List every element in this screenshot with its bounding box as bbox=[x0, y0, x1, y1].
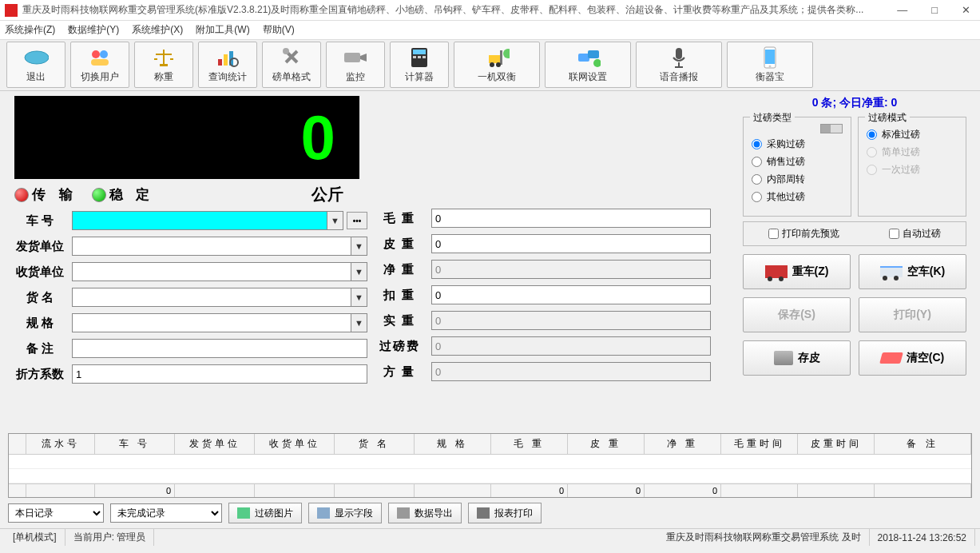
tool-calculator[interactable]: 计算器 bbox=[390, 42, 449, 88]
lbl-net: 净 重 bbox=[367, 262, 431, 277]
svg-rect-12 bbox=[413, 50, 426, 54]
statusbar: [单机模式] 当前用户: 管理员 重庆及时雨科技物联网称重交易管理系统 及时 2… bbox=[0, 528, 980, 546]
main-panel: 0 传 输 稳 定 公斤 车 号▼••• 发货单位▼ 收货单位▼ 货 名▼ 规 … bbox=[0, 91, 980, 427]
menu-help[interactable]: 帮助(V) bbox=[263, 23, 295, 37]
dropdown-vehicle[interactable]: ▼ bbox=[327, 211, 343, 230]
dropdown-goods[interactable]: ▼ bbox=[351, 288, 367, 307]
btn-save[interactable]: 保存(S) bbox=[743, 297, 851, 332]
tool-dual-scale[interactable]: 一机双衡 bbox=[454, 42, 540, 88]
tool-exit[interactable]: 退出 bbox=[6, 42, 65, 88]
tool-switch-user[interactable]: 切换用户 bbox=[70, 42, 129, 88]
dropdown-receiver[interactable]: ▼ bbox=[351, 262, 367, 281]
tool-voice[interactable]: 语音播报 bbox=[636, 42, 722, 88]
input-sender[interactable] bbox=[72, 237, 351, 256]
radio-sale[interactable]: 销售过磅 bbox=[752, 155, 843, 169]
svg-point-20 bbox=[503, 49, 510, 58]
window-title: 重庆及时雨科技物联网称重交易管理系统(标准版V2.3.8.21)及时雨称重全国直… bbox=[22, 3, 892, 17]
grid-header: 流水号 车 号 发货单位 收货单位 货 名 规 格 毛 重 皮 重 净 重 毛重… bbox=[9, 434, 971, 455]
input-vehicle[interactable] bbox=[72, 211, 327, 230]
users-icon bbox=[87, 46, 113, 69]
maximize-button[interactable]: □ bbox=[926, 2, 942, 18]
weight-display: 0 bbox=[14, 96, 359, 179]
lbl-fee: 过磅费 bbox=[367, 339, 431, 354]
check-auto[interactable]: 自动过磅 bbox=[889, 227, 941, 241]
lbl-spec: 规 格 bbox=[8, 316, 72, 331]
lbl-receiver: 收货单位 bbox=[8, 265, 72, 280]
lbl-volume: 方 量 bbox=[367, 364, 431, 380]
input-deduct[interactable] bbox=[431, 285, 711, 304]
dropdown-spec[interactable]: ▼ bbox=[351, 313, 367, 332]
svg-point-2 bbox=[100, 50, 108, 58]
stats-icon bbox=[215, 46, 240, 69]
btn-show-fields[interactable]: 显示字段 bbox=[308, 503, 382, 523]
check-preview[interactable]: 打印前先预览 bbox=[768, 227, 839, 241]
svg-rect-4 bbox=[160, 64, 168, 66]
input-net bbox=[431, 260, 711, 279]
minimize-button[interactable]: — bbox=[892, 2, 912, 18]
tool-weigh[interactable]: 称重 bbox=[134, 42, 193, 88]
svg-point-0 bbox=[25, 51, 49, 64]
phone-icon bbox=[757, 46, 783, 69]
input-tare[interactable] bbox=[431, 234, 711, 253]
svg-rect-21 bbox=[578, 54, 589, 62]
btn-heavy-vehicle[interactable]: 重车(Z) bbox=[743, 254, 851, 289]
tool-monitor[interactable]: 监控 bbox=[326, 42, 385, 88]
menubar: 系统操作(Z) 数据维护(Y) 系统维护(X) 附加工具(W) 帮助(V) bbox=[0, 21, 980, 40]
radio-other[interactable]: 其他过磅 bbox=[752, 190, 843, 204]
browse-vehicle[interactable]: ••• bbox=[347, 212, 367, 229]
combo-status-filter[interactable]: 未完成记录 bbox=[110, 503, 222, 523]
svg-rect-15 bbox=[423, 56, 426, 58]
radio-internal[interactable]: 内部周转 bbox=[752, 173, 843, 186]
svg-rect-5 bbox=[218, 59, 222, 66]
tool-ticket-format[interactable]: 磅单格式 bbox=[262, 42, 321, 88]
stable-label: 稳 定 bbox=[109, 185, 155, 204]
radio-simple: 简单过磅 bbox=[867, 145, 958, 159]
radio-purchase[interactable]: 采购过磅 bbox=[752, 137, 843, 151]
svg-point-9 bbox=[283, 48, 289, 54]
tool-scale-app[interactable]: 衡器宝 bbox=[727, 42, 813, 88]
btn-report-print[interactable]: 报表打印 bbox=[468, 503, 542, 523]
input-volume bbox=[431, 362, 711, 381]
forklift-icon bbox=[484, 46, 510, 69]
btn-clear[interactable]: 清空(C) bbox=[859, 340, 966, 376]
dropdown-sender[interactable]: ▼ bbox=[351, 237, 367, 256]
eraser-icon bbox=[879, 352, 903, 364]
svg-rect-16 bbox=[489, 55, 500, 63]
btn-empty-vehicle[interactable]: 空车(K) bbox=[859, 254, 966, 289]
btn-print[interactable]: 打印(Y) bbox=[859, 297, 966, 332]
btn-weigh-image[interactable]: 过磅图片 bbox=[228, 503, 302, 523]
scale-icon bbox=[151, 46, 177, 69]
input-goods[interactable] bbox=[72, 288, 351, 307]
unit-label: 公斤 bbox=[311, 184, 343, 205]
lbl-real: 实 重 bbox=[367, 313, 431, 328]
input-coef[interactable] bbox=[72, 364, 367, 384]
close-button[interactable]: ✕ bbox=[957, 2, 975, 18]
input-spec[interactable] bbox=[72, 313, 351, 332]
input-fee bbox=[431, 336, 711, 356]
titlebar: 重庆及时雨科技物联网称重交易管理系统(标准版V2.3.8.21)及时雨称重全国直… bbox=[0, 0, 980, 21]
menu-system-op[interactable]: 系统操作(Z) bbox=[5, 23, 55, 37]
menu-tools[interactable]: 附加工具(W) bbox=[196, 23, 249, 37]
input-receiver[interactable] bbox=[72, 262, 351, 281]
lbl-tare: 皮 重 bbox=[367, 237, 431, 252]
toggle-icon[interactable] bbox=[820, 124, 843, 133]
tool-query[interactable]: 查询统计 bbox=[198, 42, 257, 88]
tool-network[interactable]: 联网设置 bbox=[545, 42, 631, 88]
records-grid[interactable]: 流水号 车 号 发货单位 收货单位 货 名 规 格 毛 重 皮 重 净 重 毛重… bbox=[8, 433, 972, 498]
group-mode: 过磅模式 标准过磅 简单过磅 一次过磅 bbox=[858, 117, 966, 217]
menu-data-maint[interactable]: 数据维护(Y) bbox=[68, 23, 119, 37]
lbl-remark: 备 注 bbox=[8, 341, 72, 356]
status-mode: [单机模式] bbox=[5, 529, 65, 546]
printer-icon bbox=[477, 507, 490, 519]
menu-sys-maint[interactable]: 系统维护(X) bbox=[132, 23, 183, 37]
svg-rect-13 bbox=[413, 56, 416, 58]
radio-standard[interactable]: 标准过磅 bbox=[867, 128, 958, 141]
btn-store-tare[interactable]: 存皮 bbox=[743, 340, 851, 376]
toolbar: 退出 切换用户 称重 查询统计 磅单格式 监控 计算器 一机双衡 联网设置 语音… bbox=[0, 40, 980, 91]
input-remark[interactable] bbox=[72, 339, 367, 358]
btn-export[interactable]: 数据导出 bbox=[388, 503, 462, 523]
input-gross[interactable] bbox=[431, 209, 711, 228]
app-icon bbox=[5, 4, 18, 17]
combo-date-filter[interactable]: 本日记录 bbox=[8, 503, 104, 523]
svg-rect-17 bbox=[500, 50, 502, 65]
